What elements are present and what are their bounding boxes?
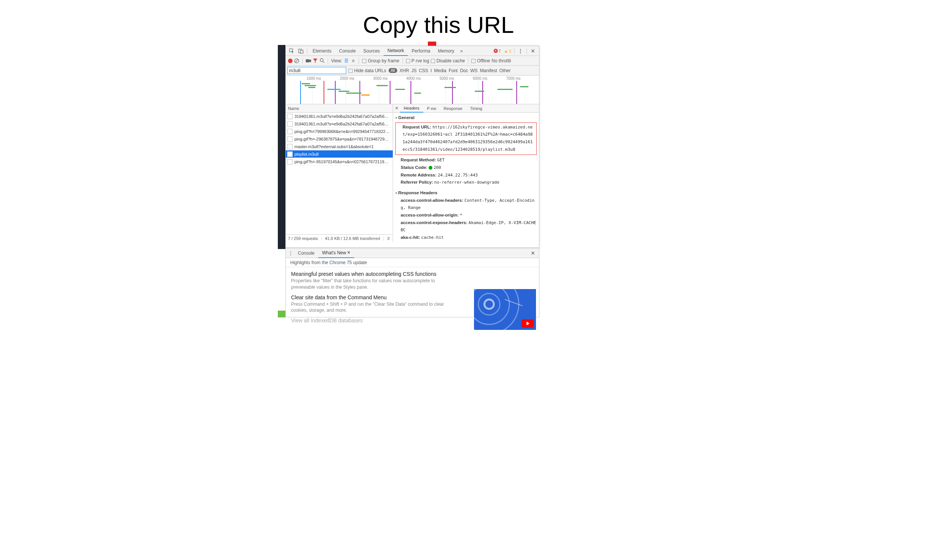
filter-js[interactable]: JS	[411, 68, 417, 73]
whats-new-item-desc: Properties like "filter" that take funct…	[291, 278, 454, 291]
section-general[interactable]: General	[395, 114, 537, 122]
timeline-tick: 2000 ms	[340, 76, 354, 80]
request-row[interactable]: 318401361.m3u8?s=e9d6a2b242fa67a07a2af56…	[286, 113, 393, 120]
drawer-tab-console[interactable]: Console	[294, 248, 318, 258]
request-status-bar: 7 / 259 requests| 41.0 KB / 12.6 MB tran…	[286, 234, 393, 242]
search-icon[interactable]	[319, 58, 325, 63]
request-name: ping.gif?h=799983068&e=e&n=9929454771832…	[294, 129, 390, 134]
detail-tab-response[interactable]: Response	[440, 104, 466, 113]
detail-tab-preview[interactable]: P ew	[423, 104, 440, 113]
settings-menu-icon[interactable]: ⋮	[516, 48, 525, 54]
file-icon	[287, 144, 293, 149]
whats-new-subtitle: Highlights from the Chrome 75 update	[286, 258, 539, 267]
tab-network[interactable]: Network	[384, 46, 408, 56]
device-toggle-icon[interactable]	[298, 48, 304, 54]
youtube-play-icon	[522, 319, 534, 328]
filter-other[interactable]: Other	[499, 68, 511, 73]
clear-icon[interactable]	[294, 58, 299, 63]
drawer-tab-whats-new[interactable]: What's New✕	[318, 248, 354, 258]
annotation-text: Copy this URL	[363, 11, 514, 38]
request-row[interactable]: ping.gif?h=799983068&e=e&n=9929454771832…	[286, 128, 393, 135]
filter-img[interactable]: I	[431, 68, 432, 73]
request-detail: ✕ Headers P ew Response Timing General R…	[393, 104, 539, 242]
close-devtools-icon[interactable]: ✕	[528, 48, 537, 54]
tab-sources[interactable]: Sources	[359, 46, 384, 56]
filter-manifest[interactable]: Manifest	[480, 68, 497, 73]
drawer-menu-icon[interactable]: ⋮	[287, 251, 294, 256]
svg-line-4	[295, 59, 298, 62]
throttling-select[interactable]: No throttli	[492, 58, 511, 63]
timeline-tick: 3000 ms	[373, 76, 387, 80]
hide-data-urls-checkbox[interactable]: Hide data URLs	[348, 68, 386, 73]
svg-rect-2	[300, 50, 303, 53]
record-button[interactable]	[288, 59, 293, 63]
tab-console[interactable]: Console	[335, 46, 359, 56]
request-row[interactable]: ping.gif?h=-951970145&e=s&n=027561767211…	[286, 158, 393, 166]
svg-point-6	[320, 59, 323, 62]
file-icon	[287, 152, 293, 157]
request-name: 318401361.m3u8?s=e9d6a2b242fa67a07a2af56…	[294, 114, 389, 119]
devtools-drawer: ⋮ Console What's New✕ ✕ Highlights from …	[285, 248, 539, 317]
network-overview[interactable]: 1000 ms 2000 ms 3000 ms 4000 ms 5000 ms …	[286, 76, 539, 104]
inspect-icon[interactable]	[289, 48, 295, 54]
view-label: View:	[331, 58, 342, 63]
filter-css[interactable]: CSS	[419, 68, 428, 73]
view-large-icon[interactable]: ☰	[344, 58, 349, 63]
filter-icon[interactable]	[313, 58, 318, 63]
filter-media[interactable]: Media	[434, 68, 446, 73]
whats-new-item-title[interactable]: Meaningful preset values when autocomple…	[291, 271, 534, 277]
request-name: master.m3u8?external-subs=1&absolute=1	[294, 144, 374, 149]
request-list-header[interactable]: Name	[286, 104, 393, 113]
tab-performance[interactable]: Performa	[408, 46, 434, 56]
close-detail-icon[interactable]: ✕	[393, 106, 400, 111]
file-icon	[287, 114, 293, 119]
filter-all[interactable]: All	[389, 68, 397, 73]
timeline-tick: 6000 ms	[473, 76, 487, 80]
devtools-panel: Elements Console Sources Network Perform…	[285, 46, 539, 248]
tab-elements[interactable]: Elements	[309, 46, 335, 56]
request-url-highlighted: Request URL: https://162skyfiregce-vimeo…	[395, 122, 537, 155]
network-toolbar: View: ☰ ≡ Group by frame P rve log Disab…	[286, 56, 539, 66]
video-thumbnail[interactable]	[474, 289, 536, 330]
filter-input[interactable]	[287, 67, 346, 74]
tabs-overflow-icon[interactable]: »	[458, 48, 465, 54]
request-row[interactable]: ping.gif?h=-296387875&e=pa&n=78173194872…	[286, 135, 393, 143]
section-response-headers[interactable]: Response Headers	[395, 189, 537, 197]
request-name: ping.gif?h=-951970145&e=s&n=027561767211…	[294, 159, 389, 164]
svg-rect-5	[306, 59, 310, 62]
network-filter-bar: Hide data URLs All XHR JS CSS I Media Fo…	[286, 66, 539, 76]
tab-memory[interactable]: Memory	[434, 46, 458, 56]
request-row[interactable]: 318401361.m3u8?s=e9d6a2b242fa67a07a2af56…	[286, 120, 393, 128]
request-name: ping.gif?h=-296387875&e=pa&n=78173194872…	[294, 137, 389, 141]
request-row[interactable]: master.m3u8?external-subs=1&absolute=1	[286, 143, 393, 150]
request-name: 318401361.m3u8?s=e9d6a2b242fa67a07a2af56…	[294, 122, 389, 126]
camera-icon[interactable]	[306, 58, 311, 63]
preserve-log-checkbox[interactable]: P rve log	[406, 58, 429, 63]
whats-new-item-desc: Press Command + Shift + P and run the "C…	[291, 301, 454, 314]
timeline-tick: 5000 ms	[440, 76, 454, 80]
close-whats-new-icon[interactable]: ✕	[347, 250, 350, 255]
view-small-icon[interactable]: ≡	[350, 58, 356, 63]
request-list: Name 318401361.m3u8?s=e9d6a2b242fa67a07a…	[286, 104, 393, 242]
devtools-main-tabs: Elements Console Sources Network Perform…	[286, 46, 539, 56]
filter-doc[interactable]: Doc	[460, 68, 468, 73]
close-drawer-icon[interactable]: ✕	[528, 250, 537, 256]
filter-font[interactable]: Font	[449, 68, 458, 73]
file-icon	[287, 159, 293, 164]
svg-line-7	[323, 61, 324, 63]
detail-tab-headers[interactable]: Headers	[400, 104, 423, 113]
warning-count-badge[interactable]: ▲3	[504, 49, 511, 53]
detail-tab-timing[interactable]: Timing	[466, 104, 486, 113]
offline-checkbox[interactable]: Offline	[471, 58, 490, 63]
disable-cache-checkbox[interactable]: Disable cache	[431, 58, 465, 63]
group-by-frame-checkbox[interactable]: Group by frame	[362, 58, 399, 63]
request-row[interactable]: playlist.m3u8	[286, 150, 393, 158]
error-count-badge[interactable]: ✕7	[494, 49, 501, 53]
timeline-tick: 7000 ms	[506, 76, 520, 80]
filter-ws[interactable]: WS	[470, 68, 477, 73]
request-name: playlist.m3u8	[294, 152, 319, 156]
filter-xhr[interactable]: XHR	[400, 68, 409, 73]
timeline-tick: 1000 ms	[307, 76, 321, 80]
status-dot-icon	[429, 166, 432, 170]
file-icon	[287, 129, 293, 134]
